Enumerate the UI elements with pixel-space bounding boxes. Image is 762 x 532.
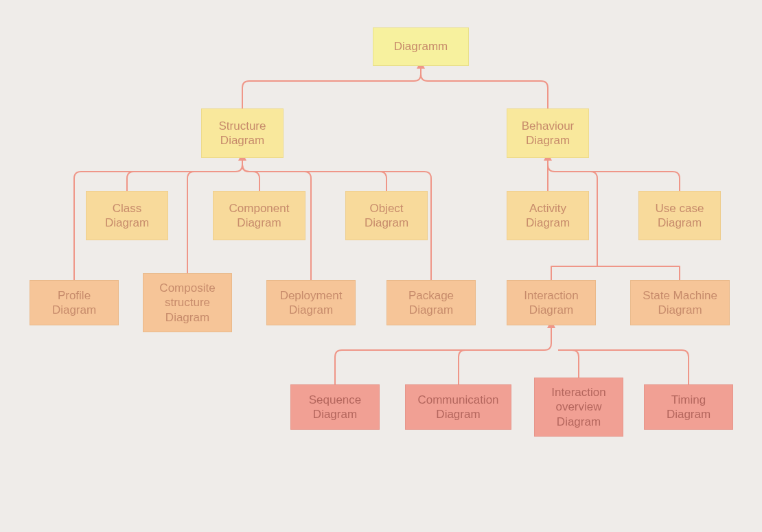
node-interaction-diagram: Interaction Diagram [507, 280, 596, 325]
node-component-diagram: Component Diagram [213, 191, 305, 240]
node-profile-diagram: Profile Diagram [30, 280, 119, 325]
node-usecase-diagram: Use case Diagram [638, 191, 721, 240]
node-deployment-diagram: Deployment Diagram [266, 280, 356, 325]
node-interaction-overview-diagram: Interaction overview Diagram [534, 378, 623, 437]
node-activity-diagram: Activity Diagram [507, 191, 589, 240]
node-object-diagram: Object Diagram [345, 191, 428, 240]
node-structure-diagram: Structure Diagram [201, 108, 284, 158]
node-behaviour-diagram: Behaviour Diagram [507, 108, 589, 158]
node-composite-structure-diagram: Composite structure Diagram [143, 273, 232, 332]
node-package-diagram: Package Diagram [386, 280, 476, 325]
node-diagramm: Diagramm [373, 27, 469, 66]
node-timing-diagram: Timing Diagram [644, 384, 733, 430]
node-state-machine-diagram: State Machine Diagram [630, 280, 730, 325]
node-communication-diagram: Communication Diagram [405, 384, 511, 430]
node-class-diagram: Class Diagram [86, 191, 168, 240]
diagram-canvas: Diagramm Structure Diagram Behaviour Dia… [0, 0, 762, 532]
node-sequence-diagram: Sequence Diagram [290, 384, 380, 430]
connectors-layer [0, 0, 762, 532]
